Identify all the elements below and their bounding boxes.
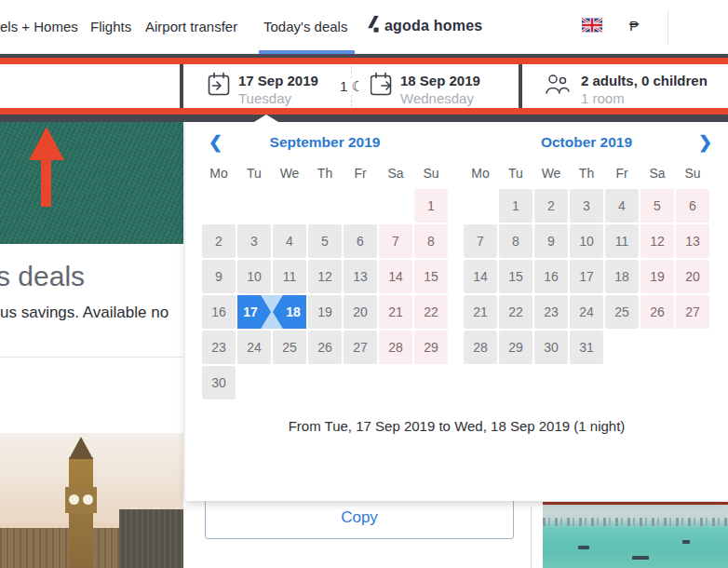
day-cell[interactable]: 16 — [202, 295, 236, 329]
day-cell[interactable]: 2 — [534, 189, 568, 223]
day-cell[interactable]: 21 — [464, 295, 497, 329]
nav-item-flights[interactable]: Flights — [90, 19, 131, 34]
card-divider-vertical — [531, 506, 532, 568]
day-cell[interactable]: 29 — [499, 331, 533, 364]
weekday-label: Mo — [464, 166, 497, 187]
weekday-label: Fr — [605, 166, 639, 187]
checkin-field[interactable]: 17 Sep 2019 Tuesday — [208, 72, 318, 107]
day-cell[interactable]: 26 — [640, 295, 674, 329]
agoda-homes-logo[interactable]: agoda homes — [367, 16, 482, 36]
day-cell[interactable]: 10 — [237, 260, 271, 293]
day-cell[interactable]: 4 — [605, 189, 639, 223]
day-cell[interactable]: 16 — [534, 260, 568, 293]
day-cell[interactable]: 18 — [605, 260, 639, 293]
day-cell[interactable]: 5 — [640, 189, 674, 223]
occupancy-field[interactable]: 2 adults, 0 children 1 room — [522, 64, 728, 109]
screen: els + Homes Flights Airport transfer Tod… — [0, 0, 728, 568]
day-cell[interactable]: 30 — [202, 366, 236, 399]
empty-cell — [308, 189, 342, 223]
day-cell[interactable]: 8 — [414, 224, 448, 258]
day-cell[interactable]: 5 — [308, 224, 342, 258]
day-cell[interactable]: 4 — [273, 224, 306, 258]
weekday-label: We — [534, 166, 568, 187]
checkout-weekday: Wednesday — [400, 89, 480, 107]
day-cell[interactable]: 7 — [379, 224, 412, 258]
day-cell[interactable]: 17 — [570, 260, 603, 293]
day-cell[interactable]: 15 — [499, 260, 533, 293]
day-cell[interactable]: 13 — [344, 260, 377, 293]
day-cell[interactable]: 19 — [640, 260, 674, 293]
beach-photo — [543, 502, 728, 568]
day-cell[interactable]: 1 — [414, 189, 448, 223]
empty-cell — [202, 189, 236, 223]
day-cell[interactable]: 27 — [676, 295, 709, 329]
uk-flag-icon[interactable] — [582, 18, 602, 33]
checkin-date: 17 Sep 2019 — [238, 72, 318, 89]
day-cell[interactable]: 20 — [676, 260, 709, 293]
day-cell[interactable]: 23 — [202, 331, 236, 364]
checkout-date: 18 Sep 2019 — [400, 72, 480, 89]
day-cell[interactable]: 6 — [676, 189, 709, 223]
day-cell[interactable]: 25 — [605, 295, 639, 329]
weekday-label: Th — [308, 166, 342, 187]
day-cell[interactable]: 3 — [570, 189, 603, 223]
promo-banner-image — [0, 122, 183, 244]
dates-field[interactable]: 17 Sep 2019 Tuesday 1 ☾ 18 Sep 2019 Wedn… — [183, 64, 519, 109]
day-cell[interactable]: 26 — [308, 331, 342, 364]
day-cell[interactable]: 21 — [379, 295, 412, 329]
day-cell[interactable]: 27 — [344, 331, 377, 364]
day-cell[interactable]: 20 — [344, 295, 377, 329]
day-cell[interactable]: 28 — [464, 331, 497, 364]
day-cell[interactable]: 23 — [534, 295, 568, 329]
day-cell[interactable]: 9 — [202, 260, 236, 293]
weekday-label: Su — [676, 166, 709, 187]
day-cell[interactable]: 22 — [499, 295, 533, 329]
day-cell[interactable]: 31 — [570, 331, 603, 364]
day-cell[interactable]: 6 — [344, 224, 377, 258]
day-cell[interactable]: 8 — [499, 224, 533, 258]
day-cell[interactable]: 24 — [237, 331, 271, 364]
copy-button[interactable]: Copy — [205, 495, 514, 539]
weekday-label: Mo — [202, 166, 236, 187]
day-cell[interactable]: 13 — [676, 224, 709, 258]
popup-caret — [254, 115, 278, 122]
weekday-label: Th — [570, 166, 603, 187]
month-title-october: October 2019 — [464, 134, 709, 151]
day-cell[interactable]: 12 — [640, 224, 674, 258]
currency-selector[interactable]: ₱ — [629, 18, 639, 34]
day-cell[interactable]: 19 — [308, 295, 342, 329]
day-cell[interactable]: 11 — [273, 260, 306, 293]
day-cell[interactable]: 25 — [273, 331, 306, 364]
nav-item-todays-deals[interactable]: Today's deals — [263, 19, 347, 34]
nav-item-hotels-homes[interactable]: els + Homes — [0, 19, 78, 34]
checkout-field[interactable]: 18 Sep 2019 Wednesday — [370, 72, 480, 107]
calendar-grid-september: MoTuWeThFrSaSu12345678910111213141516171… — [202, 166, 448, 399]
day-cell[interactable]: 7 — [464, 224, 497, 258]
weekday-label: Tu — [237, 166, 271, 187]
day-cell[interactable]: 11 — [605, 224, 639, 258]
day-cell[interactable]: 24 — [570, 295, 603, 329]
day-cell[interactable]: 14 — [464, 260, 497, 293]
active-tab-underline — [259, 50, 355, 54]
month-title-september: September 2019 — [202, 134, 448, 151]
nav-divider — [667, 9, 668, 45]
day-cell[interactable]: 2 — [202, 224, 236, 258]
weekday-label: Sa — [640, 166, 674, 187]
day-cell[interactable]: 10 — [570, 224, 603, 258]
day-cell[interactable]: 9 — [534, 224, 568, 258]
day-cell[interactable]: 28 — [379, 331, 412, 364]
empty-cell — [379, 189, 412, 223]
nav-item-airport-transfer[interactable]: Airport transfer — [145, 19, 237, 34]
day-cell[interactable]: 12 — [308, 260, 342, 293]
day-cell[interactable]: 29 — [414, 331, 448, 364]
day-cell[interactable]: 1 — [499, 189, 533, 223]
top-nav: els + Homes Flights Airport transfer Tod… — [0, 0, 728, 54]
day-cell[interactable]: 14 — [379, 260, 412, 293]
day-cell[interactable]: 22 — [414, 295, 448, 329]
destination-input[interactable] — [0, 64, 180, 109]
day-cell[interactable]: 15 — [414, 260, 448, 293]
guests-icon — [545, 72, 570, 107]
day-cell[interactable]: 30 — [534, 331, 568, 364]
date-range-summary: From Tue, 17 Sep 2019 to Wed, 18 Sep 201… — [185, 418, 728, 434]
day-cell[interactable]: 3 — [237, 224, 271, 258]
